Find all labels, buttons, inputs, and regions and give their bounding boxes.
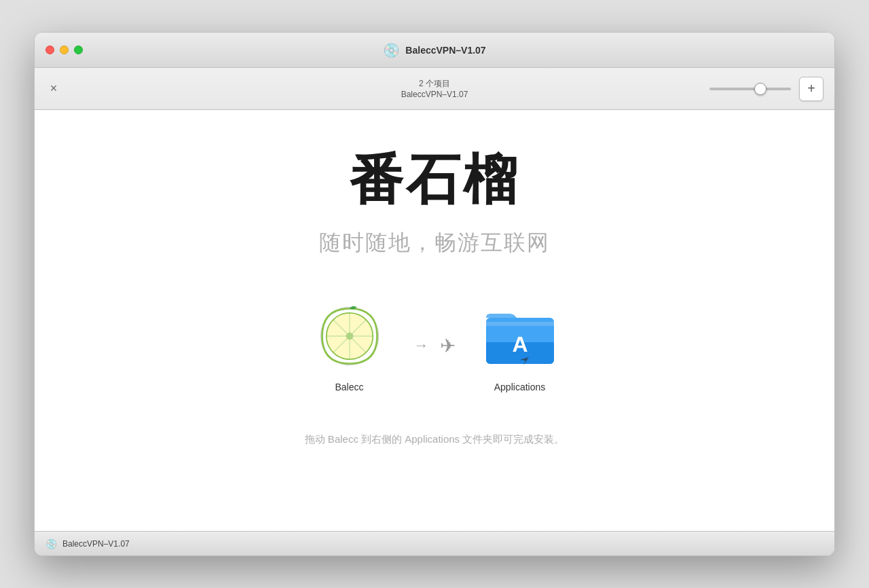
app-title: 番石榴	[349, 144, 520, 217]
main-content: 番石榴 随时随地，畅游互联网	[35, 110, 834, 531]
add-button[interactable]: +	[799, 77, 824, 101]
applications-icon-container: A	[483, 299, 557, 373]
balecc-label: Balecc	[335, 382, 363, 392]
close-button[interactable]	[45, 45, 54, 54]
title-bar-center: 💿 BaleccVPN–V1.07	[383, 42, 485, 58]
toolbar-close-button[interactable]: ×	[45, 81, 62, 97]
toolbar: × 2 个项目 BaleccVPN–V1.07 +	[35, 68, 834, 110]
applications-app-item[interactable]: A Applications	[483, 299, 557, 392]
minimize-button[interactable]	[60, 45, 69, 54]
install-area: Balecc → ✈	[312, 299, 557, 392]
arrow-right-icon: →	[414, 337, 429, 354]
status-bar: 💿 BaleccVPN–V1.07	[35, 531, 834, 555]
volume-name: BaleccVPN–V1.07	[401, 90, 468, 99]
window-title: BaleccVPN–V1.07	[405, 45, 485, 56]
svg-rect-11	[486, 322, 554, 326]
zoom-slider[interactable]	[709, 88, 791, 90]
title-bar: 💿 BaleccVPN–V1.07	[35, 33, 834, 68]
applications-label: Applications	[494, 382, 546, 392]
install-hint: 拖动 Balecc 到右侧的 Applications 文件夹即可完成安装。	[305, 433, 565, 446]
traffic-lights	[45, 45, 83, 54]
arrow-area: → ✈	[414, 335, 456, 357]
status-text: BaleccVPN–V1.07	[62, 539, 130, 549]
svg-text:A: A	[512, 332, 528, 356]
app-window: 💿 BaleccVPN–V1.07 × 2 个项目 BaleccVPN–V1.0…	[34, 32, 835, 556]
balecc-app-item[interactable]: Balecc	[312, 299, 387, 392]
maximize-button[interactable]	[74, 45, 83, 54]
disk-icon: 💿	[383, 42, 400, 58]
applications-folder-icon: A	[483, 304, 557, 369]
toolbar-center: 2 个项目 BaleccVPN–V1.07	[401, 78, 468, 99]
svg-point-6	[346, 333, 353, 340]
balecc-icon-container	[312, 299, 387, 373]
app-subtitle: 随时随地，畅游互联网	[319, 228, 550, 258]
toolbar-right: +	[709, 77, 824, 101]
slider-track	[709, 88, 791, 90]
airplane-icon: ✈	[440, 335, 456, 357]
toolbar-left: ×	[45, 81, 62, 97]
status-disk-icon: 💿	[45, 538, 57, 549]
balecc-icon	[319, 306, 380, 367]
item-count: 2 个项目	[419, 78, 450, 90]
slider-thumb	[754, 83, 766, 95]
